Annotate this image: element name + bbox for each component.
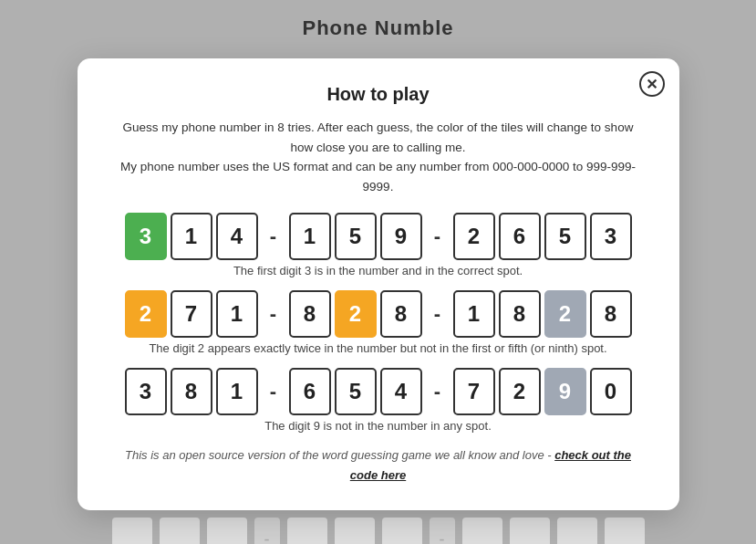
- tile-1-8: 6: [499, 213, 541, 260]
- bg-cell-4: [287, 518, 327, 544]
- tile-1-6: 9: [380, 213, 422, 260]
- row-3-hint: The digit 9 is not in the number in any …: [110, 419, 647, 433]
- bg-cell-9: [557, 518, 597, 544]
- how-to-play-modal: ✕ How to play Guess my phone number in 8…: [78, 58, 679, 510]
- tile-1-dash2: -: [426, 213, 450, 260]
- tile-1-dash1: -: [262, 213, 285, 260]
- tile-1-7: 2: [453, 213, 495, 260]
- tile-3-9: 9: [544, 368, 586, 415]
- instructions-text: Guess my phone number in 8 tries. After …: [110, 118, 647, 196]
- tile-2-8: 8: [499, 290, 541, 338]
- tile-2-dash1: -: [262, 290, 285, 338]
- bg-cell-2: [160, 518, 200, 544]
- modal-title: How to play: [110, 84, 647, 105]
- guess-row-2: 2 7 1 - 8 2 8 - 1 8 2 8: [110, 290, 647, 338]
- bg-cell-10: [605, 518, 645, 544]
- bg-dash-1: -: [254, 518, 280, 544]
- tile-3-8: 2: [499, 368, 541, 415]
- tile-3-4: 6: [289, 368, 331, 415]
- tile-3-dash2: -: [426, 368, 450, 415]
- bg-cell-3: [207, 518, 247, 544]
- footer-text: This is an open source version of the wo…: [110, 445, 647, 486]
- tile-3-2: 8: [171, 368, 212, 415]
- bg-cell-1: [112, 518, 152, 544]
- tile-1-5: 5: [335, 213, 377, 260]
- tile-2-9: 2: [544, 290, 586, 338]
- tile-2-4: 8: [289, 290, 331, 338]
- tile-2-dash2: -: [426, 290, 450, 338]
- tile-3-1: 3: [125, 368, 167, 415]
- tile-3-10: 0: [590, 368, 632, 415]
- tile-1-10: 3: [590, 213, 632, 260]
- tile-2-6: 8: [380, 290, 422, 338]
- tile-2-10: 8: [590, 290, 632, 338]
- tile-2-1: 2: [125, 290, 167, 338]
- bg-cell-5: [335, 518, 375, 544]
- bottom-background-row: - -: [112, 518, 645, 544]
- guess-row-3: 3 8 1 - 6 5 4 - 7 2 9 0: [110, 368, 647, 415]
- tile-2-7: 1: [453, 290, 495, 338]
- bg-cell-6: [382, 518, 422, 544]
- tile-1-2: 1: [171, 213, 212, 260]
- page-title: Phone Numble: [302, 0, 453, 49]
- row-1-hint: The first digit 3 is in the number and i…: [110, 264, 647, 277]
- tile-2-5: 2: [335, 290, 377, 338]
- guess-row-1: 3 1 4 - 1 5 9 - 2 6 5 3: [110, 213, 647, 260]
- tile-1-4: 1: [289, 213, 331, 260]
- tile-3-5: 5: [335, 368, 377, 415]
- tile-1-1: 3: [125, 213, 167, 260]
- close-button[interactable]: ✕: [639, 71, 665, 97]
- tile-1-9: 5: [544, 213, 586, 260]
- tile-3-7: 7: [453, 368, 495, 415]
- tile-3-dash1: -: [262, 368, 285, 415]
- tile-2-3: 1: [216, 290, 258, 338]
- bg-dash-2: -: [430, 518, 455, 544]
- row-2-hint: The digit 2 appears exactly twice in the…: [110, 341, 647, 355]
- tile-3-3: 1: [216, 368, 258, 415]
- tile-1-3: 4: [216, 213, 258, 260]
- tile-3-6: 4: [380, 368, 422, 415]
- tile-2-2: 7: [171, 290, 212, 338]
- bg-cell-8: [510, 518, 550, 544]
- bg-cell-7: [462, 518, 502, 544]
